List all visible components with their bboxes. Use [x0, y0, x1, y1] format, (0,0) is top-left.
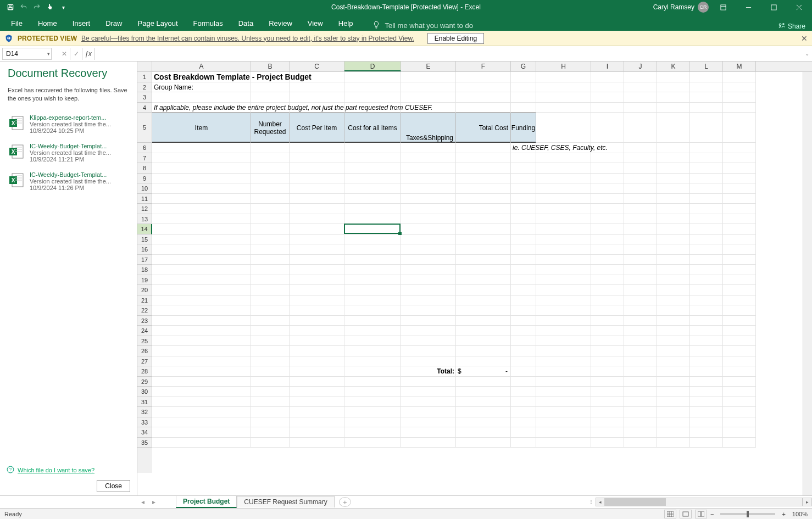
cell[interactable] [511, 377, 536, 387]
cell[interactable] [401, 235, 456, 245]
cell[interactable] [511, 92, 536, 103]
cell[interactable] [290, 143, 344, 153]
cell[interactable] [536, 265, 591, 275]
cell[interactable] [723, 397, 756, 408]
cell[interactable] [152, 427, 251, 438]
cell[interactable] [657, 183, 690, 194]
row-header-31[interactable]: 31 [137, 397, 152, 408]
cell[interactable] [251, 336, 290, 347]
cell[interactable] [624, 285, 657, 295]
cell[interactable] [624, 407, 657, 417]
cell[interactable] [511, 204, 536, 214]
column-header-F[interactable]: F [456, 62, 511, 71]
cell[interactable] [690, 397, 723, 408]
cell[interactable] [251, 194, 290, 204]
cell[interactable] [344, 397, 401, 408]
cell[interactable] [591, 366, 624, 377]
cell[interactable] [290, 417, 344, 428]
cell[interactable] [690, 174, 723, 184]
cell[interactable] [344, 275, 401, 286]
cell[interactable] [536, 163, 591, 174]
scroll-thumb[interactable] [605, 498, 666, 506]
sheet-tab-project-budget[interactable]: Project Budget [176, 495, 237, 508]
cell[interactable] [511, 417, 536, 428]
cell[interactable] [536, 255, 591, 265]
cell[interactable] [657, 438, 690, 448]
cell-content[interactable]: - [456, 366, 511, 377]
row-header-25[interactable]: 25 [137, 336, 152, 347]
cell[interactable] [511, 316, 536, 326]
row-header-34[interactable]: 34 [137, 427, 152, 438]
tab-view[interactable]: View [300, 16, 331, 31]
cell[interactable] [290, 255, 344, 265]
cell[interactable] [690, 214, 723, 225]
cell[interactable] [723, 356, 756, 367]
recovery-close-button[interactable]: Close [97, 480, 130, 492]
cell[interactable] [251, 235, 290, 245]
cell[interactable] [344, 265, 401, 275]
tell-me-search[interactable]: Tell me what you want to do [372, 20, 473, 31]
cell[interactable] [290, 387, 344, 397]
cell[interactable] [591, 295, 624, 306]
cell[interactable] [251, 427, 290, 438]
cell[interactable] [536, 427, 591, 438]
row-header-7[interactable]: 7 [137, 153, 152, 164]
cell[interactable] [456, 417, 511, 428]
save-button[interactable] [4, 1, 16, 13]
cell[interactable] [511, 366, 536, 377]
cell[interactable] [723, 183, 756, 194]
tab-file[interactable]: File [3, 16, 30, 31]
cell[interactable] [152, 244, 251, 255]
cell[interactable] [591, 427, 624, 438]
row-header-16[interactable]: 16 [137, 244, 152, 255]
cell[interactable] [723, 305, 756, 316]
cell[interactable] [536, 153, 591, 164]
cell[interactable] [152, 183, 251, 194]
cell[interactable] [290, 265, 344, 275]
cell[interactable] [251, 265, 290, 275]
cell[interactable] [344, 336, 401, 347]
cell[interactable] [290, 183, 344, 194]
cell[interactable] [624, 417, 657, 428]
row-header-20[interactable]: 20 [137, 285, 152, 295]
cell[interactable] [657, 265, 690, 275]
cell[interactable] [456, 255, 511, 265]
row-header-3[interactable]: 3 [137, 92, 152, 103]
cell[interactable] [536, 346, 591, 356]
cell[interactable] [344, 82, 401, 93]
cell[interactable] [290, 174, 344, 184]
cell-content[interactable]: Group Name: [152, 82, 290, 93]
cell[interactable] [401, 224, 456, 235]
cell[interactable] [536, 356, 591, 367]
cell[interactable] [657, 235, 690, 245]
column-header-M[interactable]: M [723, 62, 756, 71]
cell[interactable] [657, 377, 690, 387]
insert-function-button[interactable]: ƒx [82, 48, 94, 60]
cell[interactable] [456, 305, 511, 316]
cell[interactable] [344, 143, 401, 153]
cell[interactable] [624, 366, 657, 377]
cell[interactable] [456, 285, 511, 295]
cell[interactable] [723, 295, 756, 306]
cell[interactable] [344, 255, 401, 265]
cell[interactable] [251, 153, 290, 164]
cell[interactable] [657, 92, 690, 103]
cell[interactable] [624, 72, 657, 82]
row-header-33[interactable]: 33 [137, 417, 152, 428]
cell[interactable] [624, 316, 657, 326]
cell[interactable] [690, 407, 723, 417]
cell[interactable] [536, 113, 591, 143]
user-avatar[interactable]: CR [698, 2, 709, 13]
cell[interactable] [290, 326, 344, 336]
cell[interactable] [723, 316, 756, 326]
row-header-19[interactable]: 19 [137, 275, 152, 286]
cell[interactable] [152, 214, 251, 225]
cell[interactable] [511, 214, 536, 225]
cell[interactable] [290, 316, 344, 326]
cell[interactable] [723, 275, 756, 286]
cell[interactable] [290, 336, 344, 347]
cell[interactable] [624, 174, 657, 184]
cell[interactable] [290, 82, 344, 93]
zoom-level[interactable]: 100% [792, 511, 808, 517]
column-header-H[interactable]: H [536, 62, 591, 71]
